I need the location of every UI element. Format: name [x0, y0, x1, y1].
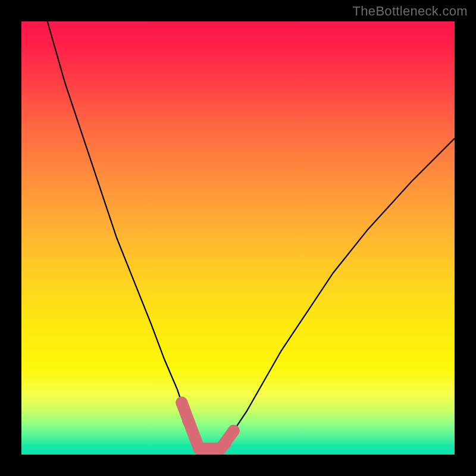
curve-layer: [21, 21, 455, 455]
bottleneck-curve: [48, 21, 455, 455]
marker-dots: [176, 397, 239, 455]
plot-area: [21, 21, 455, 455]
marker-dot: [182, 415, 194, 427]
marker-dot: [228, 425, 240, 437]
watermark-text: TheBottleneck.com: [353, 4, 468, 19]
marker-dot: [219, 438, 231, 450]
marker-dot: [176, 397, 187, 409]
chart-frame: TheBottleneck.com: [0, 0, 476, 476]
marker-dot: [193, 443, 205, 455]
marker-dot: [204, 443, 216, 455]
